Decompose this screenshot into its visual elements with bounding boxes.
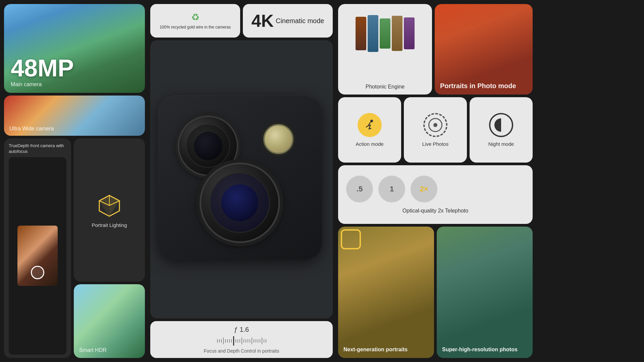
recycled-text: 100% recycled gold wire in the cameras xyxy=(160,25,231,30)
middle-column: ♻ 100% recycled gold wire in the cameras… xyxy=(148,0,335,362)
page-layout: 48MP Main camera Ultra Wide camera TrueD… xyxy=(0,0,644,362)
scale-tick xyxy=(231,339,232,343)
phone-shutter xyxy=(31,266,44,279)
telephoto-label: Optical-quality 2x Telephoto xyxy=(346,208,525,214)
scale-tick xyxy=(237,339,238,343)
scale-tick-main xyxy=(233,336,234,346)
zoom-2x-label: 2× xyxy=(420,185,428,193)
zoom-05-btn[interactable]: .5 xyxy=(346,176,373,202)
svg-point-7 xyxy=(370,120,373,122)
aperture-scale xyxy=(217,336,266,346)
scale-tick xyxy=(235,339,236,343)
photonic-label: Photonic Engine xyxy=(366,84,405,90)
mp-label: 48MP xyxy=(11,56,138,80)
camera-housing xyxy=(158,96,322,260)
bottom-left-row: TrueDepth front camera with autofocus xyxy=(4,138,145,358)
card-portrait-lighting: Portrait Lighting xyxy=(74,138,145,282)
scale-tick xyxy=(244,339,244,343)
scale-tick xyxy=(254,339,254,343)
zoom-1-btn[interactable]: 1 xyxy=(378,176,405,202)
card-photonic: Photonic Engine xyxy=(338,4,432,95)
card-action: Action mode xyxy=(338,97,401,163)
recycle-icon: ♻ xyxy=(191,12,200,23)
zoom-buttons: .5 1 2× xyxy=(346,176,525,202)
scale-tick xyxy=(219,339,220,343)
smart-hdr-label: Smart HDR xyxy=(79,347,107,353)
scale-tick xyxy=(264,339,264,343)
bottom-info-bar: ƒ 1.6 xyxy=(150,321,333,358)
scale-tick xyxy=(241,338,242,344)
fourk-label: 4K xyxy=(252,12,274,29)
action-icon xyxy=(358,113,382,137)
flash-unit xyxy=(263,124,293,154)
live-photos-icon xyxy=(423,113,447,137)
phone-mockup xyxy=(9,157,66,355)
next-gen-label: Next-generation portraits xyxy=(343,346,408,353)
live-inner-ring xyxy=(428,118,442,132)
aperture-label: ƒ 1.6 xyxy=(234,326,249,334)
card-live-photos: Live Photos xyxy=(404,97,467,163)
zoom-1-label: 1 xyxy=(390,185,394,193)
bottom-right-row: Next-generation portraits Super-high-res… xyxy=(338,227,533,358)
camera-wrapper xyxy=(158,96,325,263)
night-half-moon xyxy=(494,118,508,132)
scale-tick xyxy=(239,339,240,343)
lens-main xyxy=(200,163,280,243)
scale-tick xyxy=(258,339,258,343)
camera-main-card xyxy=(150,40,333,318)
scale-tick xyxy=(260,339,260,343)
zoom-05-label: .5 xyxy=(357,185,363,193)
portrait-lighting-label: Portrait Lighting xyxy=(92,222,127,228)
scale-tick xyxy=(225,339,226,343)
scale-tick xyxy=(227,339,228,343)
telephoto-card: .5 1 2× Optical-quality 2x Telephoto xyxy=(338,165,533,224)
portrait-frame-overlay xyxy=(341,229,361,249)
scale-tick xyxy=(262,338,262,344)
card-48mp: 48MP Main camera xyxy=(4,4,145,93)
scale-tick xyxy=(248,339,248,343)
card-4k: 4K Cinematic mode xyxy=(243,4,333,38)
night-icon xyxy=(489,113,513,137)
card-ultrawide: Ultra Wide camera xyxy=(4,96,145,136)
cinematic-label: Cinematic mode xyxy=(276,17,324,25)
left-column: 48MP Main camera Ultra Wide camera TrueD… xyxy=(0,0,148,362)
cube-icon xyxy=(96,192,123,219)
night-label: Night mode xyxy=(488,141,514,147)
card-next-gen: Next-generation portraits xyxy=(338,227,434,358)
zoom-2x-btn[interactable]: 2× xyxy=(411,176,437,202)
mid-right-row: Action mode Live Photos Night mode xyxy=(338,97,533,163)
scale-tick xyxy=(256,339,256,343)
lenses-container xyxy=(168,106,312,250)
ultrawide-label: Ultra Wide camera xyxy=(9,126,54,132)
portraits-photo-label: Portraits in Photo mode xyxy=(440,82,516,90)
main-camera-label: Main camera xyxy=(11,81,138,87)
top-right-row: Photonic Engine Portraits in Photo mode xyxy=(338,4,533,95)
action-label: Action mode xyxy=(356,141,383,147)
card-truedepth: TrueDepth front camera with autofocus xyxy=(4,138,71,358)
running-icon xyxy=(364,119,376,131)
scale-tick xyxy=(223,338,224,344)
scale-tick xyxy=(252,338,252,344)
phone-screen xyxy=(17,226,58,286)
scale-tick xyxy=(266,339,266,343)
scale-tick xyxy=(229,339,230,343)
card-portraits-photo: Portraits in Photo mode xyxy=(435,4,533,95)
card-night: Night mode xyxy=(470,97,533,163)
truedepth-title: TrueDepth front camera with autofocus xyxy=(9,143,66,155)
live-dot xyxy=(433,123,437,127)
scale-tick xyxy=(221,339,222,343)
right-cards: Portrait Lighting Smart HDR xyxy=(74,138,145,358)
scale-tick xyxy=(217,339,218,343)
scale-tick xyxy=(246,339,246,343)
photonic-bg xyxy=(338,4,432,63)
scale-tick xyxy=(250,339,250,343)
super-high-label: Super-high-resolution photos xyxy=(442,346,518,353)
live-photos-label: Live Photos xyxy=(422,141,448,147)
card-recycled: ♻ 100% recycled gold wire in the cameras xyxy=(150,4,240,38)
card-smart-hdr: Smart HDR xyxy=(74,284,145,358)
right-column: Photonic Engine Portraits in Photo mode … xyxy=(335,0,537,362)
focus-label: Focus and Depth Control in portraits xyxy=(204,348,279,354)
top-info-row: ♻ 100% recycled gold wire in the cameras… xyxy=(150,4,333,38)
card-super-high: Super-high-resolution photos xyxy=(437,227,533,358)
